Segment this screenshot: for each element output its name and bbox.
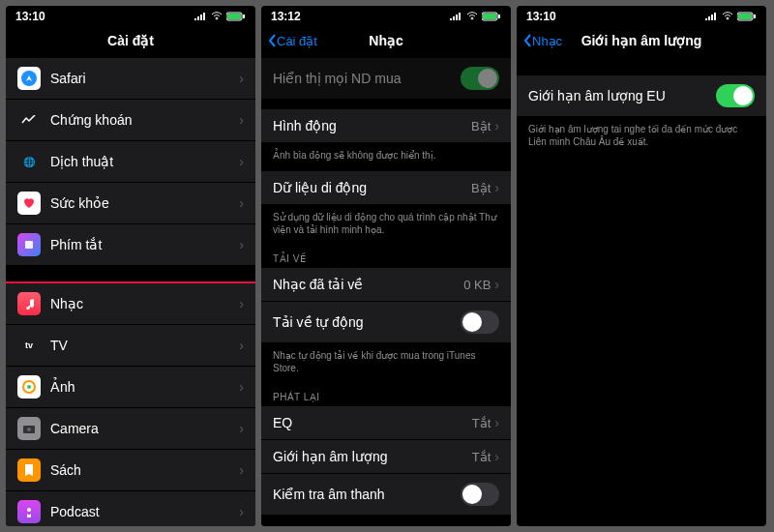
chevron-icon: › — [239, 237, 244, 252]
music-list: Hiển thị mọi ND mua Hình độngBật› Ảnh bì… — [261, 58, 511, 526]
back-button[interactable]: Cài đặt — [267, 33, 317, 48]
row-books[interactable]: Sách› — [6, 450, 255, 491]
row-label: Kiểm tra âm thanh — [273, 487, 461, 502]
podcast-icon — [17, 500, 41, 523]
back-label: Cài đặt — [277, 34, 317, 48]
svg-rect-14 — [483, 14, 496, 19]
settings-list: Safari› Chứng khoán› 🌐Dịch thuật› Sức kh… — [6, 58, 255, 526]
row-label: Nhạc — [50, 296, 239, 311]
wifi-icon — [465, 12, 479, 21]
music-icon — [17, 292, 41, 315]
row-shortcuts[interactable]: Phím tắt› — [6, 224, 255, 266]
row-value: Bật — [471, 119, 491, 133]
row-value: Bật — [471, 181, 491, 195]
row-label: Giới hạn âm lượng — [273, 449, 472, 464]
health-icon — [17, 192, 41, 215]
svg-point-6 — [27, 385, 31, 389]
wifi-icon — [210, 12, 223, 21]
signal-icon — [449, 12, 462, 21]
row-downloaded[interactable]: Nhạc đã tải về0 KB› — [261, 268, 511, 302]
row-tv[interactable]: tvTV› — [6, 325, 255, 367]
page-title: Cài đặt — [107, 33, 154, 48]
status-icons — [194, 12, 246, 21]
footer-text: Giới hạn âm lượng tai nghe tối đa đến mứ… — [517, 117, 766, 158]
svg-rect-17 — [738, 14, 752, 19]
row-label: Sách — [50, 462, 239, 478]
row-podcast[interactable]: Podcast› — [6, 491, 255, 526]
chevron-icon: › — [239, 504, 244, 519]
battery-icon — [737, 12, 757, 21]
chevron-left-icon — [522, 33, 532, 48]
photos-icon — [17, 375, 41, 399]
chevron-icon: › — [239, 379, 244, 395]
row-label: Sức khỏe — [50, 195, 239, 211]
row-label: Ảnh — [50, 379, 239, 395]
row-music[interactable]: Nhạc› — [6, 283, 255, 325]
back-button[interactable]: Nhạc — [522, 33, 562, 48]
chevron-icon: › — [494, 118, 499, 133]
footer-text: Ảnh bìa động sẽ không được hiển thị. — [261, 143, 511, 171]
row-value: 0 KB — [463, 278, 491, 292]
status-bar: 13:10 — [6, 6, 255, 23]
time: 13:12 — [271, 10, 301, 23]
status-bar: 13:12 — [261, 6, 511, 23]
chevron-icon: › — [239, 338, 244, 353]
row-label: Dữ liệu di động — [273, 180, 471, 195]
chevron-icon: › — [494, 449, 499, 464]
highlight-box: Nhạc› — [6, 281, 255, 327]
toggle[interactable] — [461, 310, 499, 334]
row-animation[interactable]: Hình độngBật› — [261, 109, 511, 143]
books-icon — [17, 458, 41, 482]
safari-icon — [17, 67, 41, 90]
back-label: Nhạc — [532, 34, 562, 48]
section-header: PHÁT LẠI — [261, 384, 511, 406]
row-value: Tắt — [472, 450, 491, 464]
footer-text: Sử dụng dữ liệu di động cho quá trình cậ… — [261, 205, 511, 246]
row-photos[interactable]: Ảnh› — [6, 367, 255, 408]
row-value: Tắt — [472, 416, 491, 430]
status-icons — [704, 12, 757, 21]
toggle[interactable] — [716, 84, 755, 107]
row-label: Safari — [50, 71, 239, 86]
row-label: Hình động — [273, 118, 471, 133]
phone-volume-limit: 13:10 Nhạc Giới hạn âm lượng Giới hạn âm… — [517, 6, 766, 526]
status-bar: 13:10 — [517, 6, 766, 23]
section-header: HOME SHARING — [261, 516, 511, 526]
row-eq[interactable]: EQTắt› — [261, 406, 511, 440]
time: 13:10 — [15, 10, 45, 23]
row-camera[interactable]: Camera› — [6, 408, 255, 450]
row-label: Hiển thị mọi ND mua — [273, 71, 461, 86]
row-health[interactable]: Sức khỏe› — [6, 183, 255, 224]
svg-rect-2 — [243, 15, 245, 18]
row-label: Nhạc đã tải về — [273, 277, 463, 292]
toggle[interactable] — [461, 483, 499, 506]
wifi-icon — [721, 12, 734, 21]
toggle[interactable] — [461, 67, 499, 90]
section-header: TẢI VỀ — [261, 246, 511, 268]
svg-point-8 — [27, 428, 31, 431]
row-safari[interactable]: Safari› — [6, 58, 255, 100]
row-cellular[interactable]: Dữ liệu di độngBật› — [261, 171, 511, 205]
volume-list: Giới hạn âm lượng EU Giới hạn âm lượng t… — [517, 58, 766, 158]
row-volume-limit[interactable]: Giới hạn âm lượngTắt› — [261, 440, 511, 474]
row-autodownload[interactable]: Tải về tự động — [261, 302, 511, 343]
svg-point-9 — [27, 508, 31, 512]
phone-settings: 13:10 Cài đặt Safari› Chứng khoán› 🌐Dịch… — [6, 6, 255, 526]
page-title: Nhạc — [369, 33, 402, 48]
row-label: Dịch thuật — [50, 154, 239, 169]
chevron-icon: › — [239, 296, 244, 311]
chevron-icon: › — [239, 71, 244, 86]
stocks-icon — [17, 108, 41, 132]
status-icons — [449, 12, 501, 21]
battery-icon — [482, 12, 501, 21]
svg-rect-1 — [227, 14, 241, 19]
row-show-all[interactable]: Hiển thị mọi ND mua — [261, 58, 511, 100]
chevron-icon: › — [239, 421, 244, 436]
row-soundcheck[interactable]: Kiểm tra âm thanh — [261, 474, 511, 516]
row-translate[interactable]: 🌐Dịch thuật› — [6, 141, 255, 183]
row-stocks[interactable]: Chứng khoán› — [6, 100, 255, 141]
chevron-icon: › — [239, 462, 244, 478]
chevron-icon: › — [494, 277, 499, 292]
row-label: Podcast — [50, 504, 239, 519]
row-eu-limit[interactable]: Giới hạn âm lượng EU — [517, 75, 766, 117]
